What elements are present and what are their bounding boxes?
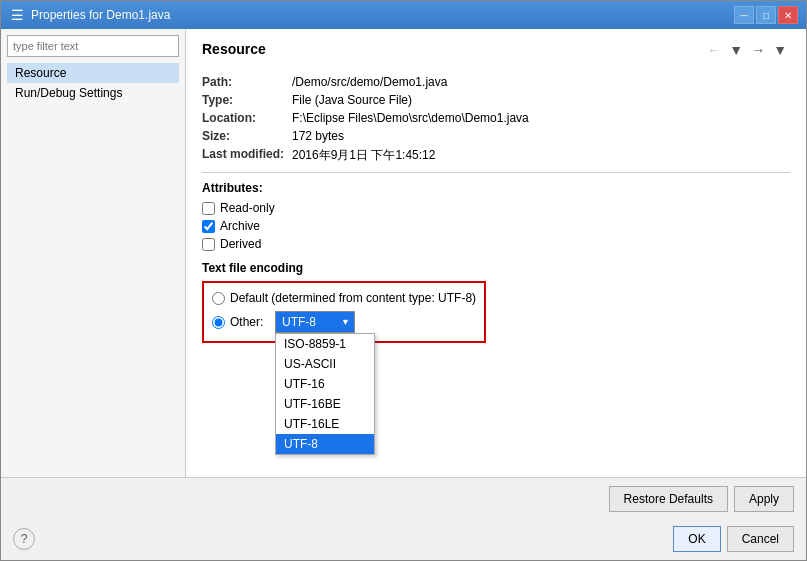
divider-1 — [202, 172, 790, 173]
footer-bottom: ? OK Cancel — [1, 520, 806, 560]
location-label: Location: — [202, 111, 292, 125]
title-bar-controls: ─ □ ✕ — [734, 6, 798, 24]
encoding-box: Default (determined from content type: U… — [202, 281, 486, 343]
encoding-option-utf8[interactable]: UTF-8 — [276, 434, 374, 454]
encoding-dropdown-list: ISO-8859-1 US-ASCII UTF-16 UTF-16BE UTF-… — [275, 333, 375, 455]
close-button[interactable]: ✕ — [778, 6, 798, 24]
size-label: Size: — [202, 129, 292, 143]
encoding-current-value: UTF-8 — [282, 315, 316, 329]
archive-checkbox[interactable] — [202, 220, 215, 233]
info-row-type: Type: File (Java Source File) — [202, 93, 790, 107]
encoding-option-usascii[interactable]: US-ASCII — [276, 354, 374, 374]
encoding-section: Text file encoding Default (determined f… — [202, 261, 790, 343]
size-value: 172 bytes — [292, 129, 344, 143]
path-value: /Demo/src/demo/Demo1.java — [292, 75, 447, 89]
nav-controls: ← ▼ → ▼ — [704, 41, 790, 59]
ok-button[interactable]: OK — [673, 526, 720, 552]
restore-button[interactable]: □ — [756, 6, 776, 24]
apply-button[interactable]: Apply — [734, 486, 794, 512]
location-value: F:\Eclipse Files\Demo\src\demo\Demo1.jav… — [292, 111, 529, 125]
content-panel: Resource ← ▼ → ▼ Path: /Demo/src/demo/De… — [186, 29, 806, 477]
readonly-row: Read-only — [202, 201, 790, 215]
encoding-option-iso[interactable]: ISO-8859-1 — [276, 334, 374, 354]
encoding-dropdown[interactable]: UTF-8 ▼ — [275, 311, 355, 333]
encoding-option-utf16[interactable]: UTF-16 — [276, 374, 374, 394]
modified-value: 2016年9月1日 下午1:45:12 — [292, 147, 435, 164]
modified-label: Last modified: — [202, 147, 292, 164]
archive-row: Archive — [202, 219, 790, 233]
footer-top: Restore Defaults Apply — [1, 477, 806, 520]
other-encoding-label: Other: — [230, 315, 270, 329]
dropdown-arrow-icon: ▼ — [341, 317, 350, 327]
content-header: Resource ← ▼ → ▼ — [202, 41, 790, 67]
derived-checkbox[interactable] — [202, 238, 215, 251]
info-row-size: Size: 172 bytes — [202, 129, 790, 143]
other-encoding-row: Other: UTF-8 ▼ ISO-8859-1 US-ASCII UTF-1… — [212, 311, 476, 333]
readonly-label: Read-only — [220, 201, 275, 215]
window-title: Properties for Demo1.java — [31, 8, 170, 22]
minimize-button[interactable]: ─ — [734, 6, 754, 24]
help-button[interactable]: ? — [13, 528, 35, 550]
sidebar-item-run-debug[interactable]: Run/Debug Settings — [7, 83, 179, 103]
section-title: Resource — [202, 41, 266, 57]
sidebar: Resource Run/Debug Settings — [1, 29, 186, 477]
type-value: File (Java Source File) — [292, 93, 412, 107]
encoding-title: Text file encoding — [202, 261, 790, 275]
restore-defaults-button[interactable]: Restore Defaults — [609, 486, 728, 512]
nav-back-button[interactable]: ← — [704, 41, 724, 59]
attributes-title: Attributes: — [202, 181, 790, 195]
info-row-path: Path: /Demo/src/demo/Demo1.java — [202, 75, 790, 89]
default-encoding-radio[interactable] — [212, 292, 225, 305]
footer-right-buttons: Restore Defaults Apply — [609, 486, 794, 512]
type-label: Type: — [202, 93, 292, 107]
default-encoding-label: Default (determined from content type: U… — [230, 291, 476, 305]
archive-label: Archive — [220, 219, 260, 233]
title-bar: ☰ Properties for Demo1.java ─ □ ✕ — [1, 1, 806, 29]
encoding-option-utf16le[interactable]: UTF-16LE — [276, 414, 374, 434]
encoding-option-utf16be[interactable]: UTF-16BE — [276, 394, 374, 414]
path-label: Path: — [202, 75, 292, 89]
title-bar-left: ☰ Properties for Demo1.java — [9, 7, 170, 23]
filter-input[interactable] — [7, 35, 179, 57]
info-row-location: Location: F:\Eclipse Files\Demo\src\demo… — [202, 111, 790, 125]
derived-row: Derived — [202, 237, 790, 251]
properties-window: ☰ Properties for Demo1.java ─ □ ✕ Resour… — [0, 0, 807, 561]
main-content: Resource Run/Debug Settings Resource ← ▼… — [1, 29, 806, 477]
nav-dropdown-button[interactable]: ▼ — [726, 41, 746, 59]
cancel-button[interactable]: Cancel — [727, 526, 794, 552]
encoding-dropdown-container: UTF-8 ▼ ISO-8859-1 US-ASCII UTF-16 UTF-1… — [275, 311, 355, 333]
other-encoding-radio[interactable] — [212, 316, 225, 329]
sidebar-item-resource[interactable]: Resource — [7, 63, 179, 83]
footer-ok-cancel: OK Cancel — [673, 526, 794, 552]
nav-forward-dropdown-button[interactable]: ▼ — [770, 41, 790, 59]
nav-forward-button[interactable]: → — [748, 41, 768, 59]
default-encoding-row: Default (determined from content type: U… — [212, 291, 476, 305]
window-icon: ☰ — [9, 7, 25, 23]
derived-label: Derived — [220, 237, 261, 251]
info-row-modified: Last modified: 2016年9月1日 下午1:45:12 — [202, 147, 790, 164]
readonly-checkbox[interactable] — [202, 202, 215, 215]
